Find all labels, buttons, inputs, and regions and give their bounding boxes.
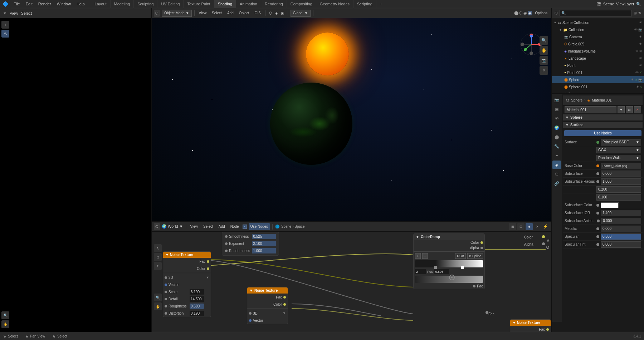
point001-vis-icon[interactable]: 👁 (635, 71, 639, 74)
ne-add-btn[interactable]: Add (217, 223, 227, 230)
viewport-icon-2[interactable]: ◈ (274, 11, 279, 15)
tab-uv-editing[interactable]: UV Editing (157, 0, 184, 8)
exponent-socket[interactable] (225, 242, 228, 245)
render-icon-1[interactable]: ⬤ (514, 11, 518, 15)
prop-icon-material[interactable]: ◈ (552, 161, 561, 169)
menu-render[interactable]: Render (35, 0, 54, 8)
menu-file[interactable]: File (11, 0, 23, 8)
outliner-sun[interactable]: ☀ Sun 👁 (552, 90, 644, 94)
viewport-icon-3[interactable]: ▣ (280, 11, 285, 15)
material-name-field[interactable]: Material.001 (565, 106, 616, 113)
noise-texture-1-collapse[interactable]: ▼ (165, 253, 169, 257)
colorramp-color-socket[interactable] (480, 241, 483, 244)
ne-tool-select[interactable]: ↖ (154, 244, 162, 252)
alpha-out-socket[interactable] (542, 242, 545, 245)
subsurface-value[interactable]: 0.000 (601, 171, 641, 177)
cr-pos-value[interactable]: 0.595 (434, 269, 449, 274)
cr-fac-socket[interactable] (473, 285, 475, 287)
left-tool-move[interactable]: + (1, 21, 9, 29)
noise-roughness-socket[interactable] (165, 305, 167, 307)
noise2-dim-dropdown[interactable]: ▼ (283, 311, 286, 315)
tab-animation[interactable]: Animation (236, 0, 261, 8)
tab-shading[interactable]: Shading (214, 0, 236, 8)
viewport-options-btn[interactable]: Options (533, 11, 549, 15)
colorramp-collapse[interactable]: ▼ (416, 235, 419, 239)
outliner-collection[interactable]: ▼ 📁 Collection 👁 📷 (552, 26, 644, 33)
noise-scale-socket[interactable] (165, 291, 167, 293)
tab-compositing[interactable]: Compositing (287, 0, 316, 8)
search-icon[interactable]: 🔍 (636, 2, 641, 6)
viewport-view-btn[interactable]: View (197, 10, 209, 17)
prop-icon-particles[interactable]: ✦ (552, 151, 561, 160)
use-nodes-checkbox[interactable]: ✓ (243, 225, 247, 229)
noise2-fac-socket[interactable] (283, 296, 286, 299)
noise-scale-value[interactable]: 6.190 (190, 289, 204, 295)
metallic-value[interactable]: 0.000 (601, 226, 641, 232)
render-icon-2[interactable]: ⬡ (519, 11, 523, 15)
node-editor-canvas[interactable]: ↖ □ ⌖ 🔍 ✋ (152, 232, 551, 332)
sub-radius-value-3[interactable]: 0.100 (596, 194, 641, 201)
col-vis-icon[interactable]: 👁 (634, 28, 638, 31)
land-vis-icon[interactable]: 👁 (639, 56, 642, 60)
noise2-dim-socket[interactable] (249, 312, 252, 315)
tab-sculpting[interactable]: Sculpting (134, 0, 157, 8)
editor-type-icon[interactable]: ⬡ (155, 11, 158, 15)
outliner-filter-icon[interactable]: ⊞ (634, 11, 636, 15)
left-bottom-1[interactable]: 🔍 (1, 311, 9, 319)
colorramp-alpha-socket[interactable] (480, 247, 483, 249)
ne-editor-type[interactable]: ⬡ (154, 223, 160, 230)
point-vis-icon[interactable]: 👁 (639, 64, 642, 67)
noise3-fac-socket[interactable] (546, 328, 549, 331)
viewport-icon-1[interactable]: ⬡ (268, 11, 273, 15)
ne-node-btn[interactable]: Node (229, 223, 241, 230)
sphere-render-icon[interactable]: 📷 (638, 78, 642, 82)
noise-dim-socket[interactable] (165, 276, 167, 279)
noise-texture-2-collapse[interactable]: ▼ (249, 289, 253, 292)
outliner-point[interactable]: ● Point 👁 (552, 62, 644, 69)
smoothness-value[interactable]: 0.525 (252, 234, 276, 239)
ne-view-btn[interactable]: View (189, 223, 200, 230)
prop-icon-object[interactable]: ⬤ (552, 133, 561, 141)
noise-color-socket[interactable] (207, 267, 209, 270)
noise-detail-socket[interactable] (165, 298, 167, 300)
tab-texture-paint[interactable]: Texture Paint (184, 0, 214, 8)
distribution-dropdown[interactable]: GGX ▼ (596, 147, 641, 153)
viewport-object-btn[interactable]: Object (237, 10, 251, 17)
fac-output-socket[interactable] (486, 311, 488, 314)
mode-select[interactable]: Object Mode ▼ (162, 10, 192, 17)
noise-vector-socket[interactable] (165, 284, 167, 286)
outliner-scene-collection[interactable]: ▼ 🗂 Scene Collection 👁 (552, 19, 644, 26)
sphere-vis-icon[interactable]: 👁 (631, 78, 634, 82)
subsurface-method-dropdown[interactable]: Random Walk ▼ (596, 155, 641, 161)
outliner-circle005[interactable]: ⬡ Circle.005 👁 (552, 40, 644, 48)
use-nodes-btn[interactable]: Use Nodes (249, 223, 270, 230)
prop-icon-constraints[interactable]: 🔗 (552, 179, 561, 188)
col-arrow[interactable]: ▼ (559, 28, 562, 31)
prop-icon-output[interactable]: ▣ (552, 105, 561, 113)
tab-add[interactable]: + (376, 0, 386, 8)
ne-right-icon-2[interactable]: ⊡ (517, 223, 525, 230)
prop-icon-modifier[interactable]: 🔧 (552, 142, 561, 151)
outliner-camera[interactable]: 📷 Camera 👁 (552, 33, 644, 40)
left-tool-cursor[interactable]: ↖ (1, 30, 9, 38)
colorramp-gradient[interactable] (415, 260, 483, 267)
left-panel-select[interactable]: Select (21, 11, 32, 15)
cam-vis-icon[interactable]: 👁 (639, 35, 642, 39)
sub-aniso-value[interactable]: 0.000 (601, 218, 641, 224)
sc-vis-icon[interactable]: 👁 (639, 21, 642, 24)
noise2-vector-socket[interactable] (249, 319, 252, 322)
ne-snap-icon[interactable]: ⚡ (542, 223, 549, 230)
prop-icon-view[interactable]: 👁 (552, 114, 561, 123)
ne-right-icon-1[interactable]: ⊞ (509, 223, 516, 230)
outliner-point001[interactable]: ● Point.001 👁 ✓ (552, 69, 644, 76)
randomness-socket[interactable] (225, 250, 228, 252)
menu-edit[interactable]: Edit (23, 0, 35, 8)
exponent-value[interactable]: 2.100 (252, 241, 276, 246)
noise-detail-value[interactable]: 14.500 (190, 296, 204, 302)
cr-add-btn[interactable]: + (415, 253, 421, 259)
circle-vis-icon[interactable]: 👁 (639, 42, 642, 46)
randomness-value[interactable]: 1.000 (252, 248, 276, 253)
noise-roughness-value[interactable]: 0.600 (190, 304, 204, 309)
sub-radius-value-2[interactable]: 0.200 (596, 186, 641, 193)
surface-header[interactable]: ▼ Surface (563, 122, 643, 128)
